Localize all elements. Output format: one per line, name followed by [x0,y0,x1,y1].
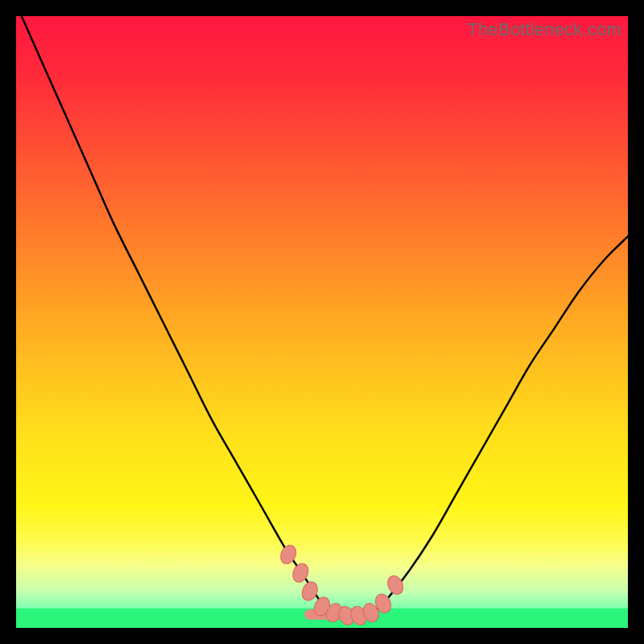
chart-frame: TheBottleneck.com [16,16,628,628]
bottleneck-chart [16,16,628,628]
watermark-text: TheBottleneck.com [467,19,621,40]
gradient-background [16,16,628,628]
